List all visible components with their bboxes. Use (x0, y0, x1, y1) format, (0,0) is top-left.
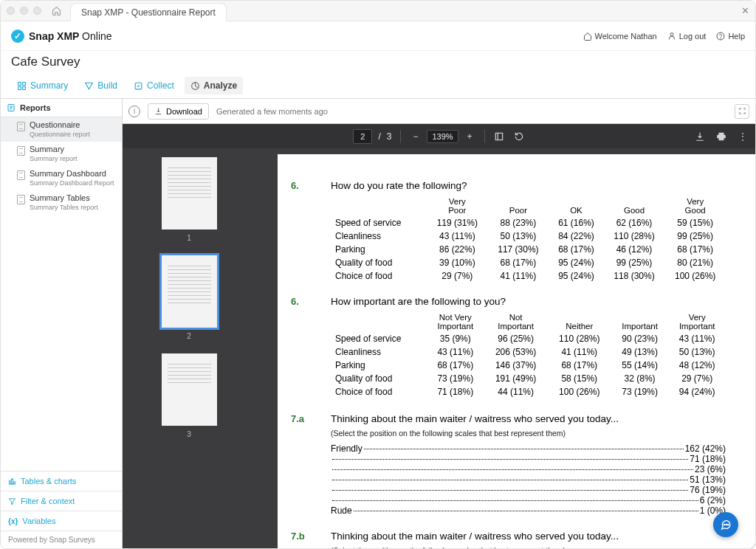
reports-title: Reports (20, 103, 51, 112)
brand-check-icon: ✓ (11, 30, 24, 43)
q7a-sub: (Select the position on the following sc… (331, 429, 726, 438)
pdf-download-icon[interactable] (694, 131, 705, 142)
powered-by: Powered by Snap Surveys (1, 531, 122, 548)
logout-link[interactable]: Log out (667, 32, 707, 41)
fit-page-icon[interactable] (494, 131, 505, 142)
svg-rect-3 (18, 82, 21, 85)
q6a-table: VeryPoorPoorOKGoodVeryGoodSpeed of servi… (331, 196, 726, 283)
accordion-tables-label: Tables & charts (21, 477, 76, 486)
rotate-icon[interactable] (514, 131, 525, 142)
page-input[interactable]: 2 (353, 129, 372, 144)
q7a-num: 7.a (291, 413, 313, 424)
report-doc-icon (17, 170, 25, 180)
page-total: 3 (387, 131, 392, 142)
report-title: Summary (30, 145, 78, 155)
brand: ✓ Snap XMP Online (11, 30, 112, 43)
tab-analyze[interactable]: Analyze (185, 77, 243, 94)
logout-text: Log out (679, 32, 707, 41)
report-sub: Summary report (30, 155, 78, 163)
accordion-filter-label: Filter & context (21, 497, 75, 505)
thumb-1-label: 1 (123, 234, 255, 242)
accordion-tables[interactable]: Tables & charts (1, 471, 122, 491)
tab-collect[interactable]: Collect (128, 77, 180, 94)
thumb-1[interactable] (162, 157, 217, 229)
report-item-0[interactable]: QuestionnaireQuestionnaire report (1, 117, 122, 142)
q7b-sub: (Select the position on the following sc… (331, 546, 726, 548)
help-link[interactable]: Help (716, 32, 745, 41)
thumb-2-label: 2 (123, 332, 255, 340)
pdf-toolbar: 2 / 3 − 139% + (123, 124, 755, 148)
survey-title-row: Cafe Survey (1, 51, 755, 73)
svg-rect-6 (23, 86, 26, 89)
generated-text: Generated a few moments ago (216, 107, 328, 116)
svg-rect-4 (23, 82, 26, 85)
report-item-3[interactable]: Summary TablesSummary Tables report (1, 190, 122, 215)
zoom-level[interactable]: 139% (427, 130, 458, 143)
traffic-lights (7, 7, 41, 15)
report-doc-icon (17, 195, 25, 204)
traffic-close[interactable] (7, 7, 15, 15)
q7b-num: 7.b (291, 531, 313, 542)
kebab-icon[interactable]: ⋮ (737, 131, 748, 142)
download-label: Download (166, 107, 202, 116)
left-panel: Reports QuestionnaireQuestionnaire repor… (1, 99, 123, 548)
accordion-variables[interactable]: {x} Variables (1, 511, 122, 531)
q6b-num: 6. (291, 296, 313, 307)
zoom-in-icon[interactable]: + (464, 131, 475, 142)
home-icon[interactable] (52, 6, 61, 15)
download-button[interactable]: Download (148, 103, 209, 120)
browser-tab-title: Snap XMP - Questionnaire Report (81, 7, 216, 18)
report-title: Summary Dashboard (30, 169, 114, 179)
thumb-2[interactable] (162, 255, 217, 328)
thumb-3-label: 3 (123, 430, 255, 438)
browser-tab[interactable]: Snap XMP - Questionnaire Report (70, 3, 227, 21)
svg-point-19 (728, 524, 729, 525)
svg-point-17 (724, 524, 724, 525)
chat-bubble-button[interactable] (713, 512, 738, 537)
survey-title: Cafe Survey (11, 55, 80, 69)
tab-analyze-label: Analyze (204, 80, 237, 91)
svg-rect-13 (9, 480, 10, 484)
header-bar: ✓ Snap XMP Online Welcome Nathan Log out… (1, 21, 755, 51)
welcome-text: Welcome Nathan (595, 32, 657, 41)
report-doc-icon (17, 146, 25, 156)
reports-header[interactable]: Reports (1, 99, 122, 117)
brand-text: Snap XMP Online (29, 30, 112, 42)
accordion-filter[interactable]: Filter & context (1, 491, 122, 511)
q7b-title: Thinking about the main waiter / waitres… (331, 531, 619, 542)
report-item-1[interactable]: SummarySummary report (1, 142, 122, 166)
svg-rect-15 (14, 481, 16, 483)
q6b-title: How important are the following to you? (331, 296, 506, 307)
fullscreen-button[interactable] (735, 104, 749, 119)
report-title: Summary Tables (30, 193, 98, 204)
svg-rect-16 (495, 133, 502, 139)
print-icon[interactable] (715, 131, 726, 142)
zoom-out-icon[interactable]: − (410, 131, 421, 142)
traffic-max[interactable] (33, 7, 41, 15)
titlebar: Snap XMP - Questionnaire Report ✕ (1, 1, 755, 21)
page-sep: / (378, 131, 380, 142)
tab-collect-label: Collect (147, 80, 174, 91)
report-sub: Questionnaire report (30, 131, 90, 139)
q6a-title: How do you rate the following? (331, 180, 467, 191)
report-doc-icon (17, 122, 25, 131)
welcome-link[interactable]: Welcome Nathan (583, 32, 657, 41)
thumb-3[interactable] (162, 353, 217, 426)
help-text: Help (728, 32, 745, 41)
doc-toolbar: i Download Generated a few moments ago (123, 99, 755, 124)
tab-build[interactable]: Build (78, 77, 123, 94)
tab-summary-label: Summary (30, 80, 68, 91)
window-close-icon[interactable]: ✕ (741, 5, 749, 16)
svg-rect-5 (18, 86, 21, 89)
tab-summary[interactable]: Summary (11, 77, 74, 94)
svg-point-2 (721, 38, 721, 38)
reports-list: QuestionnaireQuestionnaire reportSummary… (1, 117, 122, 471)
report-item-2[interactable]: Summary DashboardSummary Dashboard Repor… (1, 166, 122, 190)
accordion-variables-label: Variables (22, 517, 55, 525)
traffic-min[interactable] (20, 7, 28, 15)
tab-build-label: Build (97, 80, 117, 91)
info-icon[interactable]: i (128, 106, 140, 117)
nav-tabs: Summary Build Collect Analyze (1, 73, 755, 98)
page-scroll[interactable]: 6. How do you rate the following? VeryPo… (255, 124, 755, 548)
pdf-viewer: 2 / 3 − 139% + (123, 124, 755, 548)
